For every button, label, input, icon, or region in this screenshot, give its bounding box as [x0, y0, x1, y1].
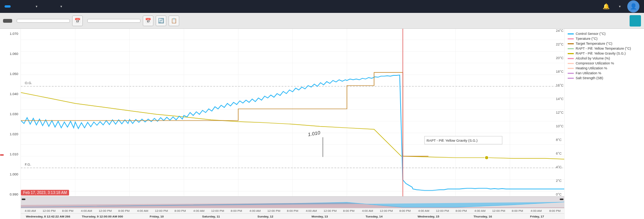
legend-item: Salt Strength (SB): [568, 76, 641, 80]
legend-color-swatch: [568, 53, 574, 54]
legend-item: Heating Utilization %: [568, 66, 641, 70]
help-button[interactable]: [630, 15, 641, 27]
legend-color-swatch: [568, 58, 574, 59]
y-axis-label: 1.040: [9, 92, 20, 96]
start-date-input[interactable]: [17, 19, 70, 23]
export-icon[interactable]: 📋: [169, 16, 179, 26]
legend-label: Compressor Utilization %: [576, 61, 614, 65]
date-label: Thursday, 16: [456, 215, 510, 218]
legend-item: Fan Utilization %: [568, 71, 641, 75]
legend-label: Salt Strength (SB): [576, 76, 603, 80]
date-label: Saturday, 11: [184, 215, 238, 218]
time-label: 8:00 PM: [546, 209, 564, 213]
logo[interactable]: [5, 5, 11, 8]
legend-color-swatch: [568, 38, 574, 39]
time-minimap[interactable]: [21, 197, 564, 208]
end-date-calendar-icon[interactable]: 📅: [143, 16, 153, 26]
start-date-calendar-icon[interactable]: 📅: [72, 16, 83, 26]
date-labels-row: Wednesday, 8 12:42:22 AM 266Thursday, 9 …: [21, 213, 564, 219]
legend-label: RAPT - Pill: Yellow Gravity (S.G.): [576, 52, 626, 55]
legend-label: Fan Utilization %: [576, 71, 601, 75]
user-avatar[interactable]: 👤: [627, 0, 639, 13]
time-label: 8:00 PM: [339, 209, 358, 213]
nav-tools[interactable]: ▾: [54, 0, 68, 13]
y-axis-label: 1.010: [9, 152, 20, 156]
time-label: 8:00 PM: [227, 209, 246, 213]
legend-item: Compressor Utilization %: [568, 61, 641, 65]
y-axis-label: 1.020: [9, 132, 20, 136]
back-button[interactable]: [3, 19, 12, 23]
svg-text:RAPT - Pill: Yellow Gravity (S: RAPT - Pill: Yellow Gravity (S.G.): [426, 139, 477, 142]
date-label: Tuesday, 14: [347, 215, 401, 218]
chart-container: 1.0701.0601.0501.0401.0301.0201.0101.000…: [0, 29, 644, 219]
notification-bell-icon[interactable]: 🔔: [600, 0, 612, 13]
y-axis-label: 1.050: [9, 72, 20, 76]
nav-devices[interactable]: ▾: [29, 0, 43, 13]
sg-badge: [0, 154, 4, 156]
end-date-input[interactable]: [87, 19, 140, 23]
svg-text:F.G.: F.G.: [25, 163, 31, 167]
date-label: Monday, 13: [292, 215, 347, 218]
legend-color-swatch: [568, 68, 574, 69]
time-label: 12:00 PM: [433, 209, 452, 213]
legend-color-swatch: [568, 78, 574, 79]
refresh-icon[interactable]: 🔄: [156, 16, 166, 26]
legend-color-swatch: [568, 48, 574, 49]
legend-color-swatch: [568, 63, 574, 64]
time-label: 12:00 PM: [96, 209, 114, 213]
time-label: 4:00 AM: [414, 209, 433, 213]
datetime-badge: Feb 17, 2023, 3:13:18 AM: [21, 190, 69, 196]
time-label: 8:00 PM: [58, 209, 77, 213]
time-label: 12:00 PM: [208, 209, 227, 213]
legend-label: Tperature (°C): [576, 37, 598, 41]
time-label: 4:00 AM: [246, 209, 264, 213]
svg-point-32: [485, 156, 488, 160]
time-left-badge: [22, 199, 25, 200]
time-label: 8:00 PM: [396, 209, 414, 213]
time-label: 12:00 PM: [39, 209, 58, 213]
time-label: 12:00 PM: [321, 209, 339, 213]
time-label: 4:00 AM: [302, 209, 320, 213]
legend-item: Control Sensor (°C): [568, 32, 641, 36]
y-axis-label: 1.060: [9, 52, 20, 56]
legend-item: RAPT - Pill: Yellow Temperature (°C): [568, 47, 641, 50]
date-label: Thursday, 9 12:00:00 AM 000: [75, 215, 129, 218]
legend-color-swatch: [568, 33, 574, 34]
time-label: 12:00 PM: [489, 209, 508, 213]
time-right-badge: [560, 199, 564, 200]
time-label: 8:00 PM: [115, 209, 133, 213]
date-label: Friday, 17: [510, 215, 564, 218]
legend-label: Control Sensor (°C): [576, 32, 606, 36]
chevron-down-icon: ▾: [36, 5, 38, 8]
legend-item: Target Temperature (°C): [568, 42, 641, 45]
chart-area[interactable]: O.G. F.G. 1.010 RAPT - Pill: Yellow Grav…: [21, 29, 564, 219]
nav-dashboard[interactable]: [18, 0, 29, 13]
nav-profiles[interactable]: [43, 0, 54, 13]
y-axis-label: 1.070: [9, 32, 20, 36]
time-label: 4:00 AM: [77, 209, 96, 213]
legend-label: Alcohol by Volume (%): [576, 56, 610, 60]
time-label: 12:00 PM: [377, 209, 396, 213]
legend: Control Sensor (°C)Tperature (°C)Target …: [564, 29, 644, 219]
svg-text:O.G.: O.G.: [25, 81, 32, 85]
svg-text:1.010: 1.010: [307, 130, 321, 137]
time-label: 4:00 AM: [189, 209, 208, 213]
time-axis: 4:00 AM12:00 PM8:00 PM4:00 AM12:00 PM8:0…: [21, 196, 564, 219]
y-axis-label: 1.000: [9, 172, 20, 176]
chart-svg-wrapper: O.G. F.G. 1.010 RAPT - Pill: Yellow Grav…: [21, 29, 564, 196]
time-label: 4:00 AM: [358, 209, 377, 213]
legend-color-swatch: [568, 43, 574, 44]
notification-caret[interactable]: ▾: [614, 0, 626, 13]
time-label: 8:00 PM: [283, 209, 302, 213]
time-label: 4:00 AM: [470, 209, 489, 213]
legend-label: Heating Utilization %: [576, 66, 607, 70]
date-label: Sunday, 12: [238, 215, 292, 218]
time-label: 8:00 PM: [452, 209, 470, 213]
time-labels-row: 4:00 AM12:00 PM8:00 PM4:00 AM12:00 PM8:0…: [21, 208, 564, 213]
legend-item: Alcohol by Volume (%): [568, 56, 641, 60]
time-label: 8:00 PM: [508, 209, 527, 213]
date-label: Friday, 10: [129, 215, 184, 218]
time-label: 4:00 AM: [133, 209, 152, 213]
legend-label: Target Temperature (°C): [576, 42, 612, 45]
y-axis-label: 1.030: [9, 112, 20, 116]
